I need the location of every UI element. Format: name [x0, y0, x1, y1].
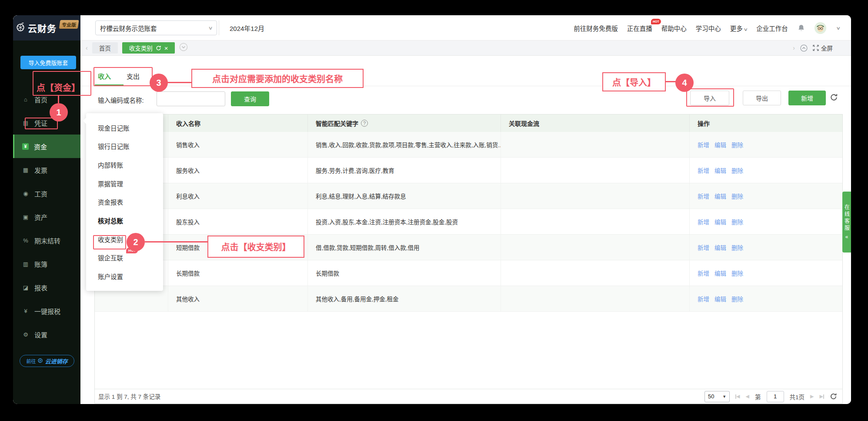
chevron-down-icon[interactable]: ∨ [836, 26, 841, 30]
help-icon[interactable]: ? [361, 120, 368, 127]
row-delete-link[interactable]: 删除 [731, 166, 743, 175]
row-edit-link[interactable]: 编辑 [714, 166, 726, 175]
refresh-icon[interactable] [830, 393, 837, 400]
sidebar-item[interactable]: ▦ 发票 [13, 158, 80, 182]
row-add-link[interactable]: 新增 [698, 192, 709, 200]
live-link[interactable]: 正在直播 HOT [627, 24, 652, 33]
row-add-link[interactable]: 新增 [698, 217, 709, 226]
row-edit-link[interactable]: 编辑 [714, 140, 726, 149]
row-delete-link[interactable]: 删除 [731, 269, 743, 277]
sidebar-item[interactable]: ▥ 账簿 [13, 252, 80, 276]
step4-highlight-box [686, 88, 734, 107]
submenu-item[interactable]: 内部转账 [86, 160, 123, 169]
row-income-name[interactable]: 其他收入 [168, 286, 307, 311]
tabs-back-chevron-icon[interactable]: ‹ [86, 44, 88, 51]
avatar[interactable] [815, 22, 826, 34]
collapse-circle-icon[interactable] [800, 44, 808, 52]
close-icon[interactable]: × [164, 45, 168, 51]
row-actions: 新增 编辑 删除 [689, 260, 842, 286]
account-set-selector[interactable]: 柠檬云财务示范账套 ∨ [95, 20, 217, 35]
page-size-select[interactable]: 50▼ [704, 391, 730, 402]
step2-connector-line [145, 241, 207, 242]
category-table: 收入名称 智能匹配关键字 ? 关联现金流 操作 销售收入 [94, 114, 843, 404]
import-free-account-button[interactable]: 导入免费版账套 [20, 56, 76, 69]
step4-label: 点【导入】 [602, 72, 666, 91]
row-edit-link[interactable]: 编辑 [714, 294, 726, 303]
sidebar-item-label: 发票 [34, 165, 47, 175]
step1-highlight-box: 点【资金】 [33, 71, 91, 96]
row-edit-link[interactable]: 编辑 [714, 192, 726, 200]
tab-home[interactable]: 首页 [92, 42, 118, 54]
tab-list-chevron-icon[interactable] [179, 43, 188, 53]
bell-icon[interactable] [797, 24, 805, 32]
submenu-item[interactable]: 账户设置 [86, 272, 123, 281]
goto-inventory-button[interactable]: 前往 云进销存 [20, 355, 74, 367]
row-income-name[interactable]: 长期借款 [168, 260, 307, 286]
accounting-period[interactable]: 2024年12月 [230, 15, 264, 40]
sidebar-item[interactable]: % 期末结转 [13, 229, 80, 252]
free-version-link[interactable]: 前往财务免费版 [574, 24, 618, 33]
online-service-tab[interactable]: 在线客服 « [842, 192, 851, 253]
table-row: 利息收入 利息,结息,理财,入息,结算,结存款息 新增 编辑 删除 [95, 183, 842, 209]
add-button[interactable]: 新增 [788, 91, 826, 105]
refresh-icon[interactable] [830, 93, 838, 103]
submenu-item[interactable]: 核对总账 [86, 216, 123, 225]
row-add-link[interactable]: 新增 [698, 140, 709, 149]
sidebar-item[interactable]: ◪ 报表 [13, 276, 80, 299]
row-income-name[interactable]: 服务收入 [168, 158, 307, 183]
step2-number: 2 [127, 233, 145, 251]
prev-page-icon[interactable]: ◀ [746, 394, 749, 399]
row-add-link[interactable]: 新增 [698, 243, 709, 252]
learn-center-link[interactable]: 学习中心 [696, 24, 721, 33]
row-edit-link[interactable]: 编辑 [714, 269, 726, 277]
search-input[interactable] [157, 91, 225, 106]
row-add-link[interactable]: 新增 [698, 166, 709, 175]
collapse-chevron-icon: « [845, 234, 848, 240]
export-button[interactable]: 导出 [743, 91, 781, 105]
row-keywords: 长期借款 [307, 260, 501, 286]
row-cashflow [501, 183, 689, 209]
fullscreen-button[interactable]: 全屏 [813, 44, 833, 52]
table-row: 股东投入 投资,入资,股东,本金,注资,注册资本,注册资金,股金,股资 新增 编… [95, 209, 842, 235]
tabs-forward-chevron-icon[interactable]: › [793, 44, 795, 51]
submenu-item[interactable]: 银行日记账 [86, 141, 130, 151]
step3-connector-line [167, 82, 191, 83]
submenu-item[interactable]: 资金报表 [86, 197, 123, 206]
closing-icon: % [22, 237, 29, 244]
sidebar-item[interactable]: ▣ 资产 [13, 205, 80, 229]
step3-number: 3 [150, 74, 168, 92]
row-edit-link[interactable]: 编辑 [714, 243, 726, 252]
row-income-name[interactable]: 股东投入 [168, 209, 307, 234]
row-edit-link[interactable]: 编辑 [714, 217, 726, 226]
row-add-link[interactable]: 新增 [698, 269, 709, 277]
sidebar-item[interactable]: ¥ 资金 [13, 135, 80, 158]
row-delete-link[interactable]: 删除 [731, 217, 743, 226]
row-income-name[interactable]: 销售收入 [168, 132, 307, 157]
query-button[interactable]: 查询 [231, 91, 269, 106]
tax-icon: ¥ [22, 308, 29, 314]
sidebar-item[interactable]: ¥ 一键报税 [13, 299, 80, 323]
more-menu[interactable]: 更多∨ [730, 24, 747, 33]
lemon-icon [16, 22, 25, 34]
tab-income-expense-category[interactable]: 收支类别 × [122, 42, 175, 54]
submenu-item[interactable]: 银企互联 HOT [86, 253, 123, 262]
workbench-link[interactable]: 企业工作台 [756, 24, 788, 33]
step2-highlight-box [93, 235, 126, 249]
refresh-icon[interactable] [156, 45, 161, 51]
row-delete-link[interactable]: 删除 [731, 192, 743, 200]
row-income-name[interactable]: 利息收入 [168, 183, 307, 209]
sidebar-item[interactable]: ◉ 工资 [13, 182, 80, 205]
help-center-link[interactable]: 帮助中心 [661, 24, 687, 33]
last-page-icon[interactable]: ▶ [820, 394, 824, 399]
row-add-link[interactable]: 新增 [698, 294, 709, 303]
row-cashflow [501, 286, 689, 311]
submenu-item[interactable]: 现金日记账 [86, 123, 130, 132]
sidebar-item[interactable]: ⚙ 设置 [13, 323, 80, 346]
next-page-icon[interactable]: ▶ [810, 394, 814, 399]
row-delete-link[interactable]: 删除 [731, 140, 743, 149]
first-page-icon[interactable]: ◀ [735, 394, 740, 399]
row-delete-link[interactable]: 删除 [731, 294, 743, 303]
page-number-input[interactable]: 1 [767, 391, 784, 402]
row-delete-link[interactable]: 删除 [731, 243, 743, 252]
submenu-item[interactable]: 票据管理 [86, 179, 123, 188]
